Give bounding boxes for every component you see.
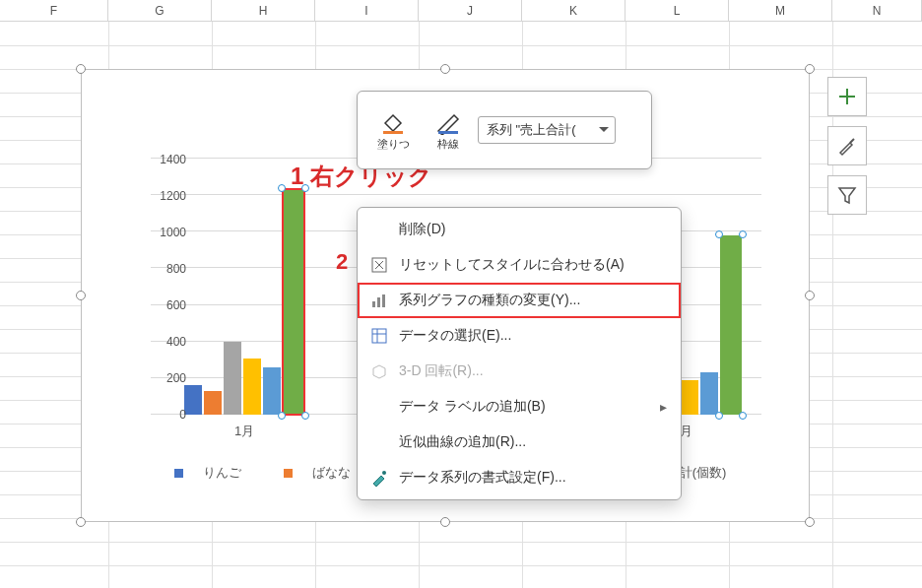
y-tick: 200 <box>147 371 186 385</box>
col-header[interactable]: G <box>108 0 212 21</box>
bar[interactable] <box>243 359 261 415</box>
series-handle[interactable] <box>739 230 747 238</box>
y-tick: 1400 <box>147 153 186 166</box>
format-icon <box>369 468 389 488</box>
table-icon <box>369 326 389 346</box>
col-header[interactable]: J <box>419 0 522 21</box>
resize-handle-e[interactable] <box>805 291 815 300</box>
menu-label: データ ラベルの追加(B) <box>399 398 546 416</box>
annotation-step2: 2 <box>336 249 348 275</box>
series-handle[interactable] <box>278 184 286 192</box>
legend-item[interactable]: りんご <box>165 465 251 480</box>
col-header[interactable]: L <box>626 0 729 21</box>
series-handle[interactable] <box>715 412 723 420</box>
col-header[interactable]: M <box>729 0 832 21</box>
outline-label: 枠線 <box>423 137 474 152</box>
y-tick: 600 <box>147 298 186 312</box>
pen-icon <box>423 109 474 137</box>
y-tick: 400 <box>147 335 186 349</box>
series-context-menu: 削除(D) 2 リセットしてスタイルに合わせる(A) 系列グラフの種類の変更(Y… <box>357 207 682 500</box>
chart-elements-button[interactable] <box>827 77 867 116</box>
x-category: 1月 <box>234 423 254 440</box>
series-handle[interactable] <box>715 230 723 238</box>
legend-item[interactable]: ばなな <box>274 465 361 480</box>
menu-label: 3-D 回転(R)... <box>399 362 484 380</box>
bar[interactable] <box>720 235 742 415</box>
menu-add-trendline[interactable]: 近似曲線の追加(R)... <box>358 425 681 460</box>
svg-rect-4 <box>377 297 380 307</box>
col-header[interactable]: K <box>522 0 626 21</box>
svg-rect-3 <box>372 301 375 307</box>
svg-rect-6 <box>372 329 386 343</box>
plus-icon <box>836 86 858 107</box>
menu-reset-style[interactable]: 2 リセットしてスタイルに合わせる(A) <box>358 247 681 283</box>
resize-handle-nw[interactable] <box>76 64 86 74</box>
svg-point-9 <box>382 471 386 475</box>
bar[interactable] <box>700 372 718 415</box>
blank-icon <box>369 397 389 417</box>
col-header[interactable]: H <box>212 0 315 21</box>
blank-icon <box>369 220 389 239</box>
menu-add-data-labels[interactable]: データ ラベルの追加(B) ▸ <box>358 389 681 425</box>
column-header-row: F G H I J K L M N <box>0 0 922 22</box>
y-tick: 1000 <box>147 226 186 239</box>
mini-format-toolbar: 塗りつ 枠線 系列 "売上合計( <box>357 91 652 169</box>
resize-handle-n[interactable] <box>440 64 450 74</box>
series-selector-dropdown[interactable]: 系列 "売上合計( <box>478 116 616 144</box>
submenu-arrow-icon: ▸ <box>660 399 667 415</box>
chart-type-icon <box>369 291 389 310</box>
menu-label: 系列グラフの種類の変更(Y)... <box>399 292 580 309</box>
series-handle[interactable] <box>278 412 286 420</box>
chart-filters-button[interactable] <box>827 175 867 215</box>
blank-icon <box>369 432 389 452</box>
col-header[interactable]: F <box>0 0 108 21</box>
cube-icon <box>369 361 389 381</box>
fill-label: 塗りつ <box>367 137 419 152</box>
chart-side-buttons <box>827 77 867 215</box>
y-tick: 0 <box>147 408 186 422</box>
bar-selected[interactable] <box>283 189 304 415</box>
resize-handle-se[interactable] <box>805 517 815 527</box>
legend-item-tail[interactable]: 計(個数) <box>680 465 727 480</box>
resize-handle-ne[interactable] <box>805 64 815 74</box>
menu-label: 近似曲線の追加(R)... <box>399 433 526 451</box>
menu-change-chart-type[interactable]: 系列グラフの種類の変更(Y)... <box>358 283 681 318</box>
chart-styles-button[interactable] <box>827 126 867 165</box>
bar[interactable] <box>224 342 241 415</box>
funnel-icon <box>836 184 858 206</box>
menu-label: リセットしてスタイルに合わせる(A) <box>399 256 625 274</box>
bar[interactable] <box>204 391 222 415</box>
series-handle[interactable] <box>739 412 747 420</box>
menu-select-data[interactable]: データの選択(E)... <box>358 318 681 354</box>
paint-bucket-icon <box>367 109 419 137</box>
svg-rect-1 <box>438 131 458 134</box>
col-header[interactable]: N <box>832 0 922 21</box>
menu-label: データの選択(E)... <box>399 327 511 345</box>
y-tick: 800 <box>147 262 186 276</box>
outline-color-button[interactable]: 枠線 <box>423 109 474 152</box>
svg-rect-0 <box>383 131 403 134</box>
series-handle[interactable] <box>301 412 309 420</box>
bar[interactable] <box>263 367 281 415</box>
bar[interactable] <box>184 385 202 415</box>
fill-color-button[interactable]: 塗りつ <box>367 109 419 152</box>
bar[interactable] <box>681 380 698 415</box>
menu-3d-rotation: 3-D 回転(R)... <box>358 354 681 389</box>
menu-delete[interactable]: 削除(D) <box>358 212 681 247</box>
col-header[interactable]: I <box>315 0 419 21</box>
paintbrush-icon <box>836 135 858 157</box>
menu-format-series[interactable]: データ系列の書式設定(F)... <box>358 460 681 495</box>
svg-rect-5 <box>382 294 385 307</box>
y-tick: 1200 <box>147 189 186 203</box>
resize-handle-s[interactable] <box>440 517 450 527</box>
resize-handle-sw[interactable] <box>76 517 86 527</box>
resize-handle-w[interactable] <box>76 291 86 300</box>
menu-label: 削除(D) <box>399 221 445 238</box>
reset-icon <box>369 255 389 275</box>
menu-label: データ系列の書式設定(F)... <box>399 469 566 487</box>
